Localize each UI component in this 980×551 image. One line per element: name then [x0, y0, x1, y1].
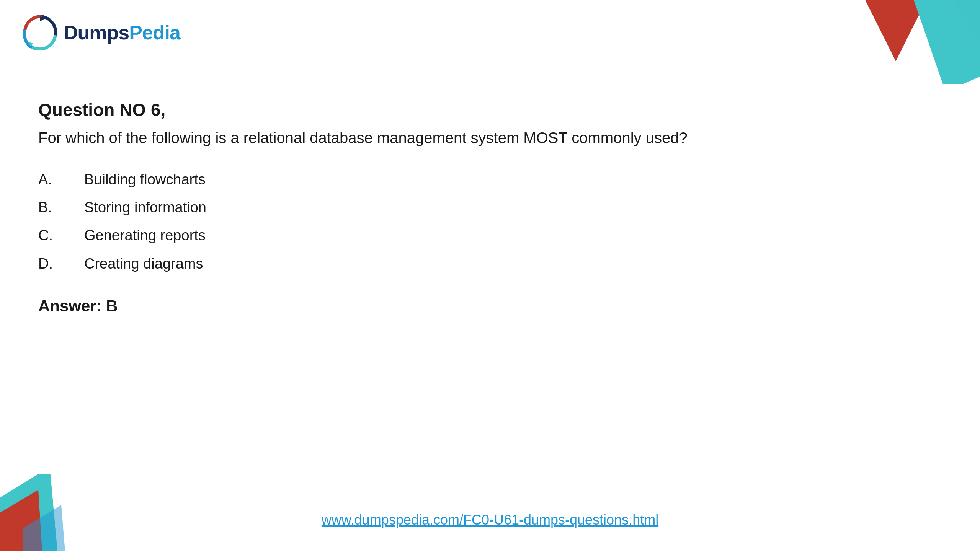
option-d: D. Creating diagrams	[38, 254, 903, 274]
logo-icon	[23, 15, 57, 50]
question-text: For which of the following is a relation…	[38, 127, 903, 148]
option-b-text: Storing information	[84, 197, 206, 218]
option-b: B. Storing information	[38, 197, 903, 218]
logo-dumps: Dumps	[64, 21, 129, 44]
logo-pedia: Pedia	[129, 21, 180, 44]
option-a-letter: A.	[38, 170, 84, 190]
bottom-left-decoration	[0, 474, 107, 551]
main-content: Question NO 6, For which of the followin…	[38, 99, 903, 315]
header: DumpsPedia	[23, 15, 180, 50]
option-c-text: Generating reports	[84, 225, 206, 246]
footer-link[interactable]: www.dumpspedia.com/FC0-U61-dumps-questio…	[322, 512, 658, 528]
option-a: A. Building flowcharts	[38, 170, 903, 190]
top-right-decoration	[819, 0, 980, 84]
answer: Answer: B	[38, 297, 903, 315]
option-d-text: Creating diagrams	[84, 254, 203, 274]
options-list: A. Building flowcharts B. Storing inform…	[38, 170, 903, 274]
option-d-letter: D.	[38, 254, 84, 274]
question-number: Question NO 6,	[38, 99, 903, 120]
logo-text: DumpsPedia	[64, 21, 180, 44]
option-a-text: Building flowcharts	[84, 170, 206, 190]
option-c: C. Generating reports	[38, 225, 903, 246]
option-b-letter: B.	[38, 197, 84, 218]
option-c-letter: C.	[38, 225, 84, 246]
